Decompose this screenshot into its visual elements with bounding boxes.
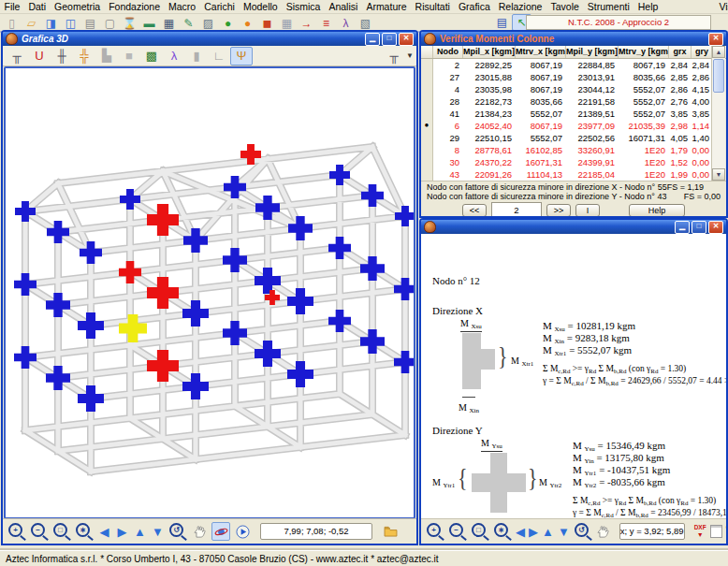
maximize-button[interactable]: □ xyxy=(382,33,397,46)
column-header[interactable]: gry xyxy=(692,46,713,58)
zoom-window-icon[interactable]: □ xyxy=(472,523,486,537)
minimize-button[interactable]: ▁ xyxy=(675,221,690,234)
pan-down-icon[interactable]: ▼ xyxy=(151,523,165,540)
sphere-green-icon[interactable]: ● xyxy=(218,15,238,32)
table-row[interactable]: 4 23035,98 8067,19 23044,12 5552,07 2,86… xyxy=(421,83,713,95)
table-row[interactable]: 2 22892,25 8067,19 22884,85 8067,19 2,84… xyxy=(421,59,713,71)
table-row[interactable]: 43 22091,26 11104,13 22185,04 1E20 1,99 … xyxy=(421,168,713,181)
table-scrollbar[interactable]: ▲ ▼ xyxy=(711,46,725,181)
displacement-icon[interactable]: U xyxy=(28,47,51,65)
folder-icon[interactable] xyxy=(382,523,399,540)
diagram-icon[interactable]: ∟ xyxy=(208,47,230,65)
frame-grid-icon[interactable]: ╫ xyxy=(51,47,73,65)
maximize-button[interactable]: □ xyxy=(692,221,706,234)
pan-hand-icon[interactable] xyxy=(596,523,610,540)
pan-down-icon[interactable]: ▼ xyxy=(558,523,570,540)
table-row[interactable]: 28 22182,73 8035,66 22191,58 5552,07 2,7… xyxy=(421,95,713,108)
table-row[interactable]: 30 24370,22 16071,31 24399,91 1E20 1,52 … xyxy=(421,156,713,168)
frame-select-icon[interactable]: ╥ xyxy=(383,47,405,65)
menu-item[interactable]: Dati xyxy=(24,1,51,12)
scrollbar-thumb[interactable] xyxy=(713,59,724,93)
new-file-icon[interactable]: ▯ xyxy=(2,15,22,32)
page-number-input[interactable] xyxy=(491,202,542,218)
norm-icon[interactable]: ▤ xyxy=(80,15,100,32)
help-button[interactable]: Help xyxy=(629,204,685,217)
step-icon[interactable]: ▙ xyxy=(95,47,118,65)
menu-item[interactable]: Modello xyxy=(239,1,282,12)
pan-up-icon[interactable]: ▲ xyxy=(133,523,147,540)
verifica-titlebar[interactable]: Verifica Momenti Colonne ✕ xyxy=(421,32,726,46)
pencil-icon[interactable]: ✎ xyxy=(179,15,198,32)
column-header[interactable]: grx xyxy=(669,46,692,58)
bar-icon[interactable]: ▮ xyxy=(185,47,208,65)
animate-icon[interactable] xyxy=(234,523,251,540)
menu-item-viste[interactable]: Viste xyxy=(715,1,728,12)
scroll-up-icon[interactable]: ▲ xyxy=(712,46,725,58)
frame-info-icon[interactable]: ╬ xyxy=(73,47,95,65)
zoom-extents-icon[interactable]: ∗ xyxy=(494,523,508,537)
menu-item[interactable]: Sismica xyxy=(282,1,325,12)
table-row[interactable]: 29 22510,15 5552,07 22502,56 16071,31 4,… xyxy=(421,132,713,144)
menu-item[interactable]: Macro xyxy=(165,1,200,12)
zoom-in-icon[interactable]: + xyxy=(427,523,441,537)
mesh-icon[interactable]: ▦ xyxy=(159,15,179,32)
menu-item[interactable]: Armature xyxy=(362,1,411,12)
grid-hatch-icon[interactable]: ▨ xyxy=(198,15,218,32)
section-icon[interactable]: ▬ xyxy=(139,15,159,32)
table-row[interactable]: ● 6 24052,40 8067,19 23977,09 21035,39 2… xyxy=(421,120,713,132)
menu-item[interactable]: File xyxy=(0,1,24,12)
menu-item[interactable]: Analisi xyxy=(325,1,362,12)
menu-item[interactable]: Risultati xyxy=(411,1,454,12)
table-row[interactable]: 41 21384,23 5552,07 21389,51 5552,07 3,8… xyxy=(421,108,713,120)
panel-icon[interactable]: ■ xyxy=(118,47,140,65)
scroll-down-icon[interactable]: ▼ xyxy=(712,168,725,181)
frame-hatch-icon[interactable]: ▧ xyxy=(356,15,375,32)
pan-hand-icon[interactable] xyxy=(191,523,208,540)
close-button[interactable]: ✕ xyxy=(708,221,723,234)
print-preview-icon[interactable] xyxy=(710,523,722,540)
orbit-icon[interactable] xyxy=(211,522,230,541)
menu-item[interactable]: Tavole xyxy=(546,1,583,12)
zoom-out-icon[interactable]: − xyxy=(31,523,45,537)
close-button[interactable]: ✕ xyxy=(399,33,414,46)
next-page-button[interactable]: >> xyxy=(546,204,571,217)
column-header[interactable]: Mpil_y [kgm] xyxy=(566,46,619,58)
table-row[interactable]: 27 23015,88 8067,19 23013,91 8035,66 2,8… xyxy=(421,71,713,83)
solid-red-icon[interactable]: ◼ xyxy=(257,15,277,32)
table-row[interactable]: 8 28778,61 16102,85 33260,91 1E20 1,79 0… xyxy=(421,144,713,156)
grid-white-icon[interactable]: ▦ xyxy=(277,15,297,32)
chevron-down-icon[interactable]: ▼ xyxy=(406,51,414,60)
pan-left-icon[interactable]: ◀ xyxy=(97,523,111,540)
pan-left-icon[interactable]: ◀ xyxy=(516,523,525,540)
copy-icon[interactable]: ◫ xyxy=(61,15,80,32)
zoom-window-icon[interactable]: □ xyxy=(53,523,67,537)
export-dxf-icon[interactable]: DXF▼ xyxy=(694,523,706,540)
save-icon[interactable]: ◨ xyxy=(41,15,61,32)
menu-item[interactable]: Carichi xyxy=(200,1,240,12)
open-icon[interactable]: ▱ xyxy=(22,15,41,32)
zoom-out-icon[interactable]: − xyxy=(449,523,463,537)
dpz-hatch-icon[interactable]: ≡ xyxy=(316,15,336,32)
menu-item[interactable]: Relazione xyxy=(494,1,546,12)
sphere-orange-icon[interactable]: ● xyxy=(238,15,257,32)
column-header[interactable]: Nodo xyxy=(433,46,463,58)
zoom-previous-icon[interactable]: ↺ xyxy=(575,523,589,537)
node-check-icon[interactable]: Ψ xyxy=(230,47,253,65)
zoom-previous-icon[interactable]: ↺ xyxy=(169,523,183,537)
minimize-button[interactable]: ▁ xyxy=(365,33,380,46)
menu-item[interactable]: Strumenti xyxy=(583,1,633,12)
pan-right-icon[interactable]: ▶ xyxy=(529,523,538,540)
pan-up-icon[interactable]: ▲ xyxy=(542,523,554,540)
zoom-extents-icon[interactable]: ∗ xyxy=(76,523,90,537)
close-button[interactable]: ✕ xyxy=(708,33,723,46)
pan-right-icon[interactable]: ▶ xyxy=(115,523,129,540)
lambda-purple-icon[interactable]: λ xyxy=(163,47,185,65)
column-header[interactable]: Mtrv_x [kgm] xyxy=(516,46,566,58)
zoom-in-icon[interactable]: + xyxy=(8,523,22,537)
frame-icon[interactable]: ╥ xyxy=(6,47,28,65)
dpz-arrow-icon[interactable]: → xyxy=(297,15,316,32)
selection-icon[interactable]: ▢ xyxy=(100,15,120,32)
color-map-icon[interactable]: ▩ xyxy=(140,47,163,65)
menu-item[interactable]: Grafica xyxy=(454,1,494,12)
menu-item[interactable]: Fondazione xyxy=(105,1,165,12)
